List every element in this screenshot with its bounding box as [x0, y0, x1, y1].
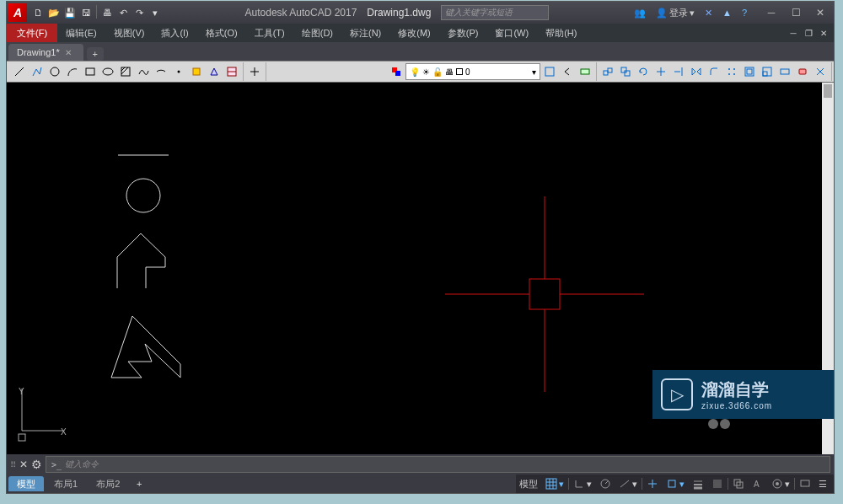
status-osnap-icon[interactable]: [643, 476, 662, 491]
qat-undo-icon[interactable]: ↶: [115, 5, 131, 20]
menu-tools[interactable]: 工具(T): [246, 24, 293, 42]
cmdline-close-icon[interactable]: ✕: [19, 458, 28, 470]
menu-dimension[interactable]: 标注(N): [341, 24, 389, 42]
qat-saveas-icon[interactable]: 🖫: [78, 5, 94, 20]
svg-rect-14: [545, 67, 554, 76]
viewcube-stub[interactable]: [708, 419, 730, 429]
file-tab-add-button[interactable]: +: [87, 47, 104, 61]
scrollbar-thumb[interactable]: [824, 84, 832, 98]
infocenter-icon[interactable]: 👥: [631, 8, 648, 19]
layer-manager-icon[interactable]: [388, 63, 405, 80]
svg-point-28: [728, 73, 730, 75]
status-transparency-icon[interactable]: [708, 476, 727, 491]
tool-arc-icon[interactable]: [64, 63, 81, 80]
status-ortho-icon[interactable]: ▾: [570, 476, 595, 491]
tool-trim-icon[interactable]: [652, 63, 669, 80]
doc-restore-button[interactable]: ❐: [802, 26, 815, 40]
status-isodraft-icon[interactable]: ▾: [615, 476, 641, 491]
qat-open-icon[interactable]: 📂: [46, 5, 62, 20]
layer-selector[interactable]: 💡 ☀ 🔓 🖶 0 ▾: [405, 63, 540, 80]
tool-move-icon[interactable]: [599, 63, 616, 80]
status-grid-icon[interactable]: ▾: [542, 476, 567, 491]
status-polar-icon[interactable]: [596, 476, 615, 491]
doc-close-button[interactable]: ✕: [817, 26, 830, 40]
tool-pan-icon[interactable]: [246, 63, 263, 80]
file-tab[interactable]: Drawing1* ✕: [8, 44, 83, 61]
qat-new-icon[interactable]: 🗋: [30, 5, 46, 20]
title-bar: A 🗋 📂 💾 🖫 🖶 ↶ ↷ ▾ Autodesk AutoCAD 2017 …: [7, 2, 834, 24]
qat-save-icon[interactable]: 💾: [62, 5, 78, 20]
tool-point-icon[interactable]: [170, 63, 187, 80]
maximize-button[interactable]: ☐: [784, 4, 808, 21]
menu-modify[interactable]: 修改(M): [389, 24, 439, 42]
tool-rect-icon[interactable]: [82, 63, 99, 80]
svg-point-27: [733, 68, 735, 70]
tool-mirror-icon[interactable]: [688, 63, 705, 80]
menu-params[interactable]: 参数(P): [439, 24, 487, 42]
title-text: Autodesk AutoCAD 2017 Drawing1.dwg 键入关键字…: [163, 5, 631, 20]
close-button[interactable]: ✕: [808, 4, 832, 21]
file-tab-close-icon[interactable]: ✕: [65, 48, 72, 57]
status-osnap-settings-icon[interactable]: ▾: [663, 476, 688, 491]
tool-explode-icon[interactable]: [812, 63, 829, 80]
menu-draw[interactable]: 绘图(D): [293, 24, 341, 42]
menu-edit[interactable]: 编辑(E): [57, 24, 105, 42]
menu-file[interactable]: 文件(F): [7, 24, 57, 42]
tool-rotate-icon[interactable]: [635, 63, 652, 80]
menu-view[interactable]: 视图(V): [105, 24, 153, 42]
tool-region-icon[interactable]: [206, 63, 223, 80]
grip-icon[interactable]: ⠿: [10, 460, 16, 469]
menu-window[interactable]: 窗口(W): [486, 24, 537, 42]
tool-line-icon[interactable]: [11, 63, 28, 80]
toolbar-zoom-group: [244, 62, 266, 81]
layer-state-icon[interactable]: [577, 63, 593, 80]
tool-spline-icon[interactable]: [135, 63, 152, 80]
tool-erase-icon[interactable]: [794, 63, 811, 80]
tool-fillet-icon[interactable]: [706, 63, 722, 80]
menu-help[interactable]: 帮助(H): [537, 24, 585, 42]
minimize-button[interactable]: ─: [760, 4, 783, 21]
tool-copy-icon[interactable]: [617, 63, 634, 80]
layer-match-icon[interactable]: [541, 63, 558, 80]
qat-plot-icon[interactable]: 🖶: [99, 5, 115, 20]
qat-more-icon[interactable]: ▾: [148, 5, 163, 20]
doc-minimize-button[interactable]: ─: [787, 26, 800, 40]
status-workspace-icon[interactable]: ▾: [768, 476, 793, 491]
app-logo[interactable]: A: [8, 3, 27, 22]
status-monitor-icon[interactable]: [796, 476, 814, 491]
help-icon[interactable]: ?: [739, 8, 749, 18]
qat-redo-icon[interactable]: ↷: [132, 5, 147, 20]
tab-model[interactable]: 模型: [8, 476, 44, 491]
tool-polyline-icon[interactable]: [29, 63, 46, 80]
cmdline-options-icon[interactable]: ⚙: [31, 458, 42, 471]
login-button[interactable]: 👤 登录 ▾: [653, 7, 697, 19]
tool-extend-icon[interactable]: [670, 63, 687, 80]
tool-circle-icon[interactable]: [46, 63, 63, 80]
command-input[interactable]: >_ 键入命令: [46, 456, 830, 473]
menu-format[interactable]: 格式(O): [197, 24, 246, 42]
layer-prev-icon[interactable]: [559, 63, 576, 80]
tool-offset-icon[interactable]: [741, 63, 758, 80]
tab-layout2[interactable]: 布局2: [88, 476, 128, 491]
status-annoscale-icon[interactable]: A: [749, 476, 767, 491]
status-cycling-icon[interactable]: [729, 476, 748, 491]
menu-insert[interactable]: 插入(I): [153, 24, 196, 42]
tool-block-icon[interactable]: [188, 63, 205, 80]
tool-stretch-icon[interactable]: [776, 63, 793, 80]
tool-hatch-icon[interactable]: [117, 63, 134, 80]
tab-add-button[interactable]: +: [132, 477, 147, 491]
status-customize-icon[interactable]: ☰: [815, 476, 830, 491]
svg-point-7: [178, 71, 180, 73]
tool-ellipse-icon[interactable]: [99, 63, 116, 80]
search-input[interactable]: 键入关键字或短语: [441, 5, 549, 20]
app-store-icon[interactable]: ▲: [720, 8, 734, 18]
tool-table-icon[interactable]: [223, 63, 240, 80]
status-model-label[interactable]: 模型: [516, 476, 541, 491]
status-lineweight-icon[interactable]: [689, 476, 707, 491]
tab-layout1[interactable]: 布局1: [46, 476, 86, 491]
tool-ellipse-arc-icon[interactable]: [153, 63, 169, 80]
tool-array-icon[interactable]: [723, 63, 740, 80]
app-logo-letter: A: [13, 6, 22, 19]
exchange-icon[interactable]: ✕: [702, 8, 715, 19]
tool-scale-icon[interactable]: [759, 63, 776, 80]
